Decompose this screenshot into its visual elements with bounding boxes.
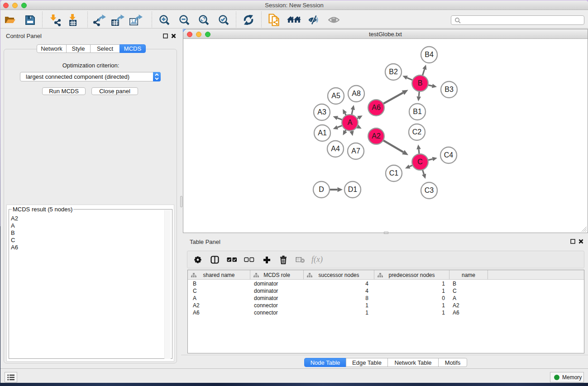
svg-text:C1: C1	[389, 169, 399, 177]
svg-text:A1: A1	[318, 129, 327, 137]
svg-text:A6: A6	[372, 104, 381, 111]
svg-text:B4: B4	[425, 51, 434, 58]
svg-text:A: A	[348, 119, 353, 126]
svg-text:B: B	[418, 79, 423, 87]
svg-text:B3: B3	[445, 86, 454, 93]
svg-text:D: D	[319, 186, 324, 193]
svg-text:A2: A2	[372, 132, 381, 140]
svg-text:A4: A4	[331, 145, 340, 152]
svg-text:A5: A5	[331, 92, 340, 100]
svg-text:A8: A8	[352, 90, 361, 97]
svg-text:A3: A3	[317, 108, 326, 116]
svg-text:C: C	[417, 158, 423, 166]
svg-text:C2: C2	[412, 128, 422, 136]
svg-text:B1: B1	[413, 108, 422, 115]
svg-text:D1: D1	[348, 186, 358, 193]
svg-text:B2: B2	[389, 68, 398, 76]
svg-text:A7: A7	[351, 147, 360, 155]
svg-text:C4: C4	[444, 151, 454, 159]
svg-text:C3: C3	[425, 186, 434, 194]
